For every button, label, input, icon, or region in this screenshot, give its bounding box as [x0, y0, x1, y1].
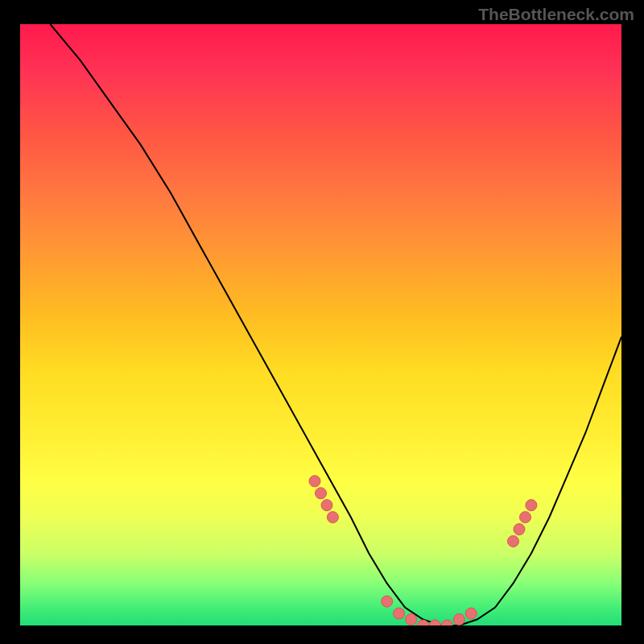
scatter-dot — [406, 614, 417, 625]
scatter-dot — [465, 608, 477, 619]
scatter-dot — [309, 476, 320, 487]
scatter-dot — [520, 512, 531, 523]
chart-svg — [20, 24, 621, 625]
scatter-dot — [394, 608, 405, 619]
scatter-dot — [327, 512, 338, 523]
attribution-text: TheBottleneck.com — [478, 5, 634, 24]
scatter-dot — [441, 620, 452, 625]
bottleneck-curve — [50, 24, 621, 625]
scatter-dot — [514, 524, 525, 535]
scatter-dots — [309, 476, 537, 625]
scatter-dot — [418, 620, 429, 625]
scatter-dot — [321, 500, 332, 511]
scatter-dot — [382, 596, 393, 607]
scatter-dot — [526, 500, 537, 511]
scatter-dot — [453, 614, 464, 625]
chart-plot-area — [20, 24, 621, 625]
scatter-dot — [429, 620, 440, 625]
scatter-dot — [508, 535, 519, 547]
scatter-dot — [316, 488, 327, 499]
